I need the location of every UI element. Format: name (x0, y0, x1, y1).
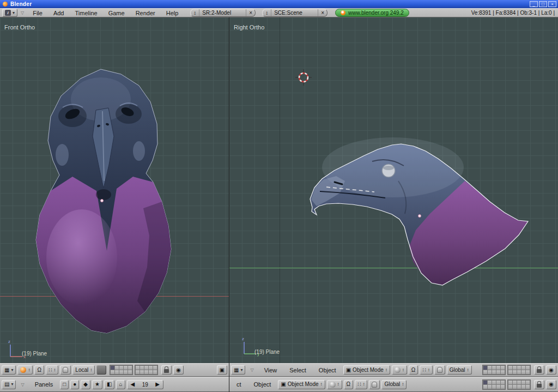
layer-toggle[interactable] (488, 370, 492, 374)
panel-tab-world[interactable]: ⌂ (116, 380, 125, 389)
render-preview-button[interactable]: ◉ (546, 365, 556, 375)
menu-panels[interactable]: Panels (29, 381, 59, 388)
orientation-dropdown[interactable]: Global ↕ (381, 380, 407, 389)
blender-version-button[interactable]: www.blender.org 249.2 (335, 9, 409, 17)
layer-toggle[interactable] (124, 366, 128, 370)
layer-toggle[interactable] (492, 366, 496, 370)
layer-toggle[interactable] (526, 366, 530, 370)
panel-tab-shading[interactable]: ● (70, 380, 79, 389)
updown-icon[interactable]: ↕ (191, 9, 199, 16)
render-preview-button[interactable]: ◉ (546, 380, 556, 389)
layer-toggle[interactable] (526, 381, 530, 384)
menu-file[interactable]: File (27, 10, 48, 16)
layer-toggle[interactable] (508, 366, 512, 370)
layer-toggle[interactable] (115, 366, 119, 370)
close-icon[interactable]: × (318, 9, 327, 16)
layer-toggle[interactable] (119, 366, 123, 370)
collapse-icon[interactable]: ▽ (17, 10, 27, 15)
screen-selector[interactable]: ↕ SR:2-Model × (190, 9, 256, 17)
menu-add[interactable]: Add (48, 10, 70, 16)
layer-toggle[interactable] (128, 370, 132, 374)
manipulator-hand-button[interactable] (434, 365, 445, 375)
updown-icon[interactable]: ↕ (263, 9, 271, 16)
window-titlebar[interactable]: Blender _ □ × (0, 0, 558, 8)
rotation-manipulator-button[interactable]: Ω (344, 380, 353, 389)
manipulator-hand-button[interactable] (369, 380, 380, 389)
menu-select[interactable]: Select (284, 367, 312, 373)
info-editor-dropdown[interactable]: i ▾ (2, 9, 17, 17)
minimize-button[interactable]: _ (530, 1, 538, 7)
collapse-icon[interactable]: ▽ (17, 382, 27, 387)
menu-object[interactable]: Object (248, 381, 277, 388)
layer-toggle[interactable] (111, 370, 114, 374)
pivot-dropdown[interactable]: ∷ ↕ (46, 365, 58, 375)
editor-type-dropdown[interactable]: ▦ ▾ (231, 365, 245, 375)
menu-help[interactable]: Help (161, 10, 184, 16)
panel-tab-object[interactable]: ◆ (81, 380, 90, 389)
lock-view-button[interactable] (534, 365, 544, 375)
layer-toggle[interactable] (140, 370, 144, 374)
layer-toggle[interactable] (496, 366, 500, 370)
panel-tab-editing[interactable]: ★ (92, 380, 102, 389)
layer-toggle[interactable] (517, 366, 521, 370)
layer-toggle[interactable] (140, 366, 144, 370)
menu-truncated[interactable]: ct (231, 381, 247, 388)
layer-toggle[interactable] (492, 381, 496, 384)
layer-toggle[interactable] (501, 366, 505, 370)
shading-dropdown[interactable]: ↕ (392, 365, 407, 375)
menu-view[interactable]: View (259, 367, 283, 373)
render-preview-button[interactable]: ◉ (173, 365, 184, 375)
layer-toggle[interactable] (488, 366, 492, 370)
rotation-manipulator-button[interactable]: Ω (409, 365, 418, 375)
layer-toggle[interactable] (517, 381, 521, 384)
layer-toggle[interactable] (115, 370, 119, 374)
layer-toggle[interactable] (492, 370, 496, 374)
menu-timeline[interactable]: Timeline (69, 10, 102, 16)
layer-toggle[interactable] (501, 385, 505, 389)
layer-toggle[interactable] (508, 385, 512, 389)
layer-toggle[interactable] (501, 370, 505, 374)
layer-toggle[interactable] (492, 385, 496, 389)
layer-toggle[interactable] (136, 366, 140, 370)
proportional-edit-button[interactable] (96, 365, 106, 375)
close-icon[interactable]: × (246, 9, 255, 16)
layer-toggle[interactable] (483, 381, 487, 384)
panel-tab-scene[interactable]: ◧ (104, 380, 114, 389)
menu-render[interactable]: Render (130, 10, 161, 16)
layer-toggle[interactable] (513, 370, 517, 374)
layer-toggle[interactable] (153, 366, 157, 370)
viewport-right-ortho[interactable]: Right Ortho (229, 17, 558, 363)
menu-game[interactable]: Game (103, 10, 130, 16)
layer-toggle[interactable] (128, 366, 132, 370)
layer-toggle[interactable] (149, 366, 153, 370)
viewport-front-ortho[interactable]: Front Ortho (0, 17, 229, 363)
next-frame-icon[interactable]: ▶ (155, 382, 160, 387)
layer-toggle[interactable] (521, 366, 525, 370)
layer-toggle[interactable] (521, 385, 525, 389)
shading-dropdown[interactable]: ↕ (327, 380, 342, 389)
layer-toggle[interactable] (111, 366, 114, 370)
layer-toggle[interactable] (144, 370, 148, 374)
layer-toggle[interactable] (526, 385, 530, 389)
layer-toggle[interactable] (488, 381, 492, 384)
orientation-dropdown[interactable]: Local ↕ (72, 365, 95, 375)
prev-frame-icon[interactable]: ◀ (131, 382, 135, 387)
collapse-icon[interactable]: ▽ (247, 367, 257, 372)
manipulator-hand-button[interactable] (60, 365, 71, 375)
layer-toggle[interactable] (517, 385, 521, 389)
mode-dropdown[interactable]: ▣ Object Mode ↕ (343, 365, 390, 375)
layer-toggle[interactable] (513, 366, 517, 370)
layer-toggle[interactable] (521, 370, 525, 374)
layer-toggle[interactable] (136, 370, 140, 374)
layer-toggle[interactable] (119, 370, 123, 374)
layer-toggle[interactable] (513, 381, 517, 384)
frame-stepper[interactable]: ◀ 19 ▶ (127, 380, 163, 389)
layer-toggle[interactable] (508, 370, 512, 374)
layer-toggle[interactable] (517, 370, 521, 374)
layer-toggle[interactable] (144, 366, 148, 370)
layer-toggle[interactable] (496, 385, 500, 389)
layer-toggle[interactable] (501, 381, 505, 384)
layer-toggle[interactable] (526, 370, 530, 374)
layer-toggle[interactable] (496, 381, 500, 384)
menu-object[interactable]: Object (313, 367, 342, 373)
